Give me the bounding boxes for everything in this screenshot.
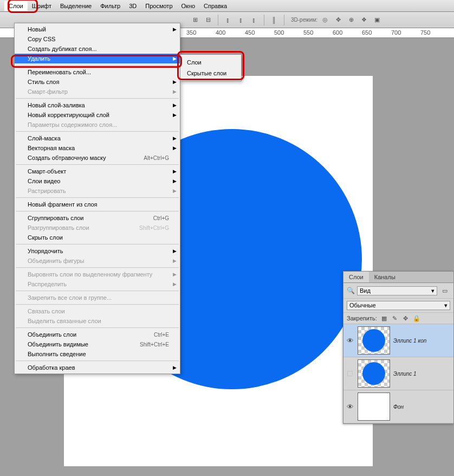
menu-filter[interactable]: Фильтр — [96, 1, 125, 11]
layer-row[interactable]: 👁 Фон — [343, 390, 453, 423]
distribute-icon[interactable]: ⫿ — [249, 15, 260, 25]
shortcut-label: Ctrl+E — [154, 332, 169, 338]
shortcut-label: Shift+Ctrl+G — [139, 225, 169, 231]
layer-thumbnail[interactable] — [358, 393, 390, 421]
menu-item-align: Выровнять слои по выделенному фрагменту▶ — [15, 269, 180, 279]
blend-select[interactable]: Обычные ▾ — [347, 301, 450, 310]
tab-layers[interactable]: Слои — [343, 272, 369, 282]
menu-item-flatten[interactable]: Выполнить сведение — [15, 349, 180, 359]
orbit-icon[interactable]: ◎ — [320, 15, 330, 25]
distribute-icon[interactable]: ⫿ — [223, 15, 234, 25]
submenu-arrow-icon: ▶ — [173, 281, 177, 287]
layer-name[interactable]: Эллипс 1 коп — [393, 338, 426, 344]
submenu-arrow-icon: ▶ — [173, 79, 177, 85]
menu-selection[interactable]: Выделение — [56, 1, 96, 11]
search-icon[interactable]: 🔍 — [347, 287, 355, 294]
menu-item-link: Связать слои — [15, 306, 180, 316]
menu-item-newadj[interactable]: Новый корректирующий слой▶ — [15, 110, 180, 120]
submenu-item-layers[interactable]: Слои — [180, 57, 241, 68]
submenu-arrow-icon: ▶ — [173, 248, 177, 254]
distribute-icon[interactable]: ║ — [269, 15, 280, 25]
menu-item-rename[interactable]: Переименовать слой... — [15, 67, 180, 77]
lock-pixels-icon[interactable]: ✎ — [391, 314, 399, 322]
menu-view[interactable]: Просмотр — [141, 1, 177, 11]
menu-separator — [16, 164, 179, 165]
align-icon[interactable]: ⊟ — [203, 15, 213, 25]
visibility-icon[interactable]: 👁 — [346, 337, 354, 345]
menu-item-copycss[interactable]: Copy CSS — [15, 34, 180, 44]
menu-separator — [16, 327, 179, 328]
shortcut-label: Alt+Ctrl+G — [144, 155, 169, 161]
panel-lock-row: Закрепить: ▩ ✎ ✥ 🔒 — [343, 313, 453, 324]
menu-separator — [16, 131, 179, 132]
ruler-tick-label: 350 — [186, 29, 196, 36]
visibility-icon[interactable]: ☐ — [346, 370, 354, 378]
move-icon[interactable]: ⊕ — [346, 15, 356, 25]
menu-font[interactable]: Шрифт — [28, 1, 56, 11]
distribute-icon[interactable]: ⫿ — [236, 15, 247, 25]
menu-item-matting[interactable]: Обработка краев▶ — [15, 363, 180, 372]
menu-layers[interactable]: Слои — [4, 1, 28, 11]
mode3d-label: 3D-режим: — [291, 17, 317, 23]
menu-item-mergevis[interactable]: Объединить видимыеShift+Ctrl+E — [15, 339, 180, 349]
kind-select[interactable]: Вид ▾ — [357, 286, 437, 295]
menu-item-smartfilter: Смарт-фильтр▶ — [15, 87, 180, 97]
menu-window[interactable]: Окно — [177, 1, 200, 11]
submenu-arrow-icon: ▶ — [173, 169, 177, 174]
tab-channels[interactable]: Каналы — [369, 272, 401, 282]
camera-icon[interactable]: ▣ — [372, 15, 382, 25]
align-icon[interactable]: ⊞ — [190, 15, 200, 25]
menu-separator — [16, 267, 179, 268]
menu-item-layermask[interactable]: Слой-маска▶ — [15, 133, 180, 143]
menu-item-delete[interactable]: Удалить▶ — [15, 54, 180, 63]
ruler-tick-label: 450 — [245, 29, 255, 36]
menu-item-style[interactable]: Стиль слоя▶ — [15, 77, 180, 87]
menu-item-mergedown[interactable]: Объединить слоиCtrl+E — [15, 330, 180, 339]
menu-item-contentopts: Параметры содержимого слоя... — [15, 120, 180, 130]
layers-dropdown-menu: Новый▶ Copy CSS Создать дубликат слоя...… — [14, 23, 180, 374]
ruler-tick-label: 400 — [216, 29, 225, 36]
menu-item-smartobj[interactable]: Смарт-объект▶ — [15, 166, 180, 176]
submenu-arrow-icon: ▶ — [173, 56, 177, 61]
scale-icon[interactable]: ❖ — [359, 15, 369, 25]
layer-thumbnail[interactable] — [358, 326, 390, 355]
submenu-arrow-icon: ▶ — [173, 112, 177, 118]
menu-item-arrange[interactable]: Упорядочить▶ — [15, 246, 180, 256]
menu-item-clipmask[interactable]: Создать обтравочную маскуAlt+Ctrl+G — [15, 153, 180, 163]
menu-item-newfill[interactable]: Новый слой-заливка▶ — [15, 100, 180, 110]
delete-submenu: Слои Скрытые слои — [180, 54, 242, 81]
separator — [218, 15, 218, 25]
menu-item-videolayers[interactable]: Слои видео▶ — [15, 176, 180, 186]
layer-row[interactable]: ☐ Эллипс 1 — [343, 357, 453, 390]
menu-item-rasterize: Растрировать▶ — [15, 186, 180, 196]
filter-icon[interactable]: ▭ — [439, 285, 450, 296]
lock-transparency-icon[interactable]: ▩ — [380, 314, 388, 322]
layer-row[interactable]: 👁 Эллипс 1 коп — [343, 324, 453, 357]
menu-item-group[interactable]: Сгруппировать слоиCtrl+G — [15, 213, 180, 223]
ruler-tick-label: 600 — [333, 29, 342, 36]
panel-blend-row: Обычные ▾ — [343, 299, 453, 313]
menubar: Слои Шрифт Выделение Фильтр 3D Просмотр … — [0, 0, 454, 12]
pan-icon[interactable]: ✥ — [333, 15, 343, 25]
menu-item-newslice[interactable]: Новый фрагмент из слоя — [15, 200, 180, 209]
menu-separator — [16, 98, 179, 99]
layer-thumbnail[interactable] — [358, 359, 390, 388]
lock-position-icon[interactable]: ✥ — [402, 314, 410, 322]
layer-name[interactable]: Эллипс 1 — [393, 371, 417, 377]
lock-all-icon[interactable]: 🔒 — [413, 314, 420, 322]
submenu-item-hidden[interactable]: Скрытые слои — [180, 68, 241, 79]
submenu-arrow-icon: ▶ — [173, 27, 177, 32]
menu-item-vectormask[interactable]: Векторная маска▶ — [15, 143, 180, 153]
submenu-arrow-icon: ▶ — [173, 188, 177, 194]
menu-help[interactable]: Справка — [199, 1, 231, 11]
menu-3d[interactable]: 3D — [125, 1, 141, 11]
menu-separator — [16, 65, 179, 66]
visibility-icon[interactable]: 👁 — [346, 403, 354, 411]
layer-name[interactable]: Фон — [393, 404, 404, 410]
menu-item-lockall: Закрепить все слои в группе... — [15, 293, 180, 303]
separator — [284, 15, 284, 25]
menu-item-hide[interactable]: Скрыть слои — [15, 233, 180, 242]
menu-item-duplicate[interactable]: Создать дубликат слоя... — [15, 44, 180, 54]
menu-item-new[interactable]: Новый▶ — [15, 24, 180, 34]
shortcut-label: Shift+Ctrl+E — [140, 342, 169, 348]
